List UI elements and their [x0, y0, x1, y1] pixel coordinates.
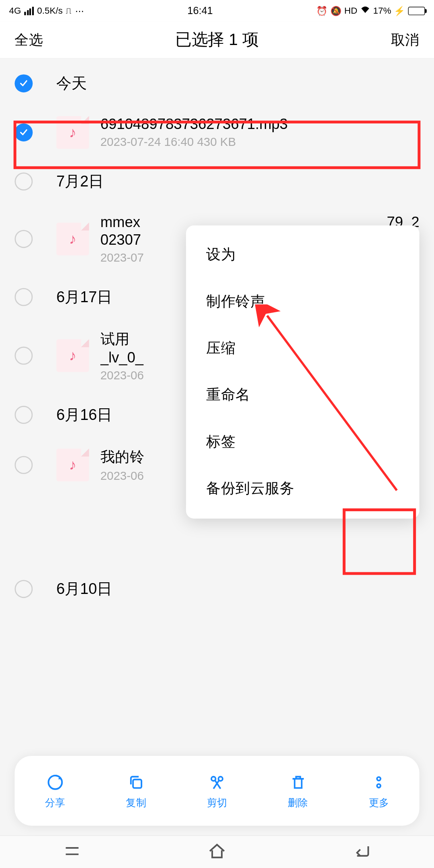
group-checkbox[interactable] [14, 288, 33, 306]
nav-home-icon[interactable] [207, 841, 227, 862]
select-all-button[interactable]: 全选 [14, 31, 43, 49]
svg-rect-1 [133, 780, 142, 788]
cut-label: 剪切 [207, 796, 227, 809]
menu-tag[interactable]: 标签 [186, 418, 420, 465]
music-file-icon: ♪ [56, 116, 89, 148]
group-checkbox[interactable] [14, 172, 33, 190]
delete-label: 删除 [288, 796, 308, 809]
share-label: 分享 [45, 796, 65, 809]
file-name: 6910489783736273671.mp3 [100, 116, 420, 133]
cut-button[interactable]: 剪切 [207, 772, 227, 810]
music-file-icon: ♪ [56, 223, 89, 255]
battery-icon [408, 6, 425, 15]
nav-menu-icon[interactable] [63, 841, 82, 862]
delete-icon [289, 772, 306, 792]
delete-button[interactable]: 删除 [288, 772, 308, 810]
copy-icon [128, 772, 145, 792]
more-icon [371, 772, 387, 792]
cut-icon [209, 772, 225, 792]
system-nav-bar [0, 835, 434, 868]
more-icon: ⋯ [75, 5, 84, 16]
alarm-icon: ⏰ [316, 5, 328, 16]
group-header-today[interactable]: 今天 [0, 59, 434, 108]
usb-icon: ⎍ [66, 6, 72, 16]
signal-icon [25, 6, 34, 15]
group-label: 今天 [56, 73, 87, 93]
network-speed: 0.5K/s [37, 6, 63, 16]
group-label: 6月17日 [56, 287, 112, 307]
file-checkbox[interactable] [14, 230, 33, 248]
file-row[interactable]: ♪ 6910489783736273671.mp3 2023-07-24 16:… [0, 108, 434, 157]
file-checkbox[interactable] [14, 456, 33, 474]
file-checkbox[interactable] [14, 123, 33, 141]
menu-compress[interactable]: 压缩 [186, 325, 420, 371]
group-label: 6月16日 [56, 404, 112, 424]
more-button[interactable]: 更多 [369, 772, 389, 810]
file-meta: 2023-07-24 16:40 430 KB [100, 135, 420, 149]
menu-rename[interactable]: 重命名 [186, 371, 420, 418]
wifi-icon [360, 6, 370, 16]
menu-make-ringtone[interactable]: 制作铃声 [186, 278, 420, 324]
share-button[interactable]: 分享 [45, 772, 65, 810]
selection-title: 已选择 1 项 [175, 29, 259, 51]
music-file-icon: ♪ [56, 448, 89, 481]
group-label: 6月10日 [56, 579, 112, 599]
selection-header: 全选 已选择 1 项 取消 [0, 21, 434, 59]
menu-set-as[interactable]: 设为 [186, 231, 420, 278]
hd-label: HD [344, 6, 357, 16]
file-name-line2: _lv_0_ [100, 349, 143, 366]
network-label: 4G [9, 6, 21, 16]
menu-open-with[interactable]: 打开方式 [186, 512, 420, 519]
group-label: 7月2日 [56, 171, 104, 191]
menu-backup-cloud[interactable]: 备份到云服务 [186, 465, 420, 512]
nav-back-icon[interactable] [352, 841, 371, 862]
status-bar: 4G 0.5K/s ⎍ ⋯ 16:41 ⏰ 🔕 HD 17% ⚡ [0, 0, 434, 21]
group-checkbox[interactable] [14, 405, 33, 424]
group-header[interactable]: 6月10日 [0, 575, 434, 603]
cancel-button[interactable]: 取消 [391, 31, 419, 49]
group-checkbox[interactable] [14, 580, 33, 598]
file-checkbox[interactable] [14, 347, 33, 365]
group-checkbox[interactable] [14, 74, 33, 92]
action-bar: 分享 复制 剪切 删除 更多 [14, 756, 419, 826]
dnd-icon: 🔕 [330, 5, 342, 16]
music-file-icon: ♪ [56, 339, 89, 372]
svg-point-4 [377, 777, 381, 781]
status-time: 16:41 [187, 5, 213, 16]
more-label: 更多 [369, 796, 389, 809]
charging-icon: ⚡ [394, 5, 405, 16]
svg-point-5 [377, 784, 381, 788]
battery-pct: 17% [373, 6, 391, 16]
copy-label: 复制 [126, 796, 146, 809]
copy-button[interactable]: 复制 [126, 772, 146, 810]
group-header[interactable]: 7月2日 [0, 157, 434, 206]
file-name: mmex [100, 214, 140, 231]
share-icon [46, 772, 64, 792]
context-menu: 设为 制作铃声 压缩 重命名 标签 备份到云服务 打开方式 [186, 225, 420, 518]
